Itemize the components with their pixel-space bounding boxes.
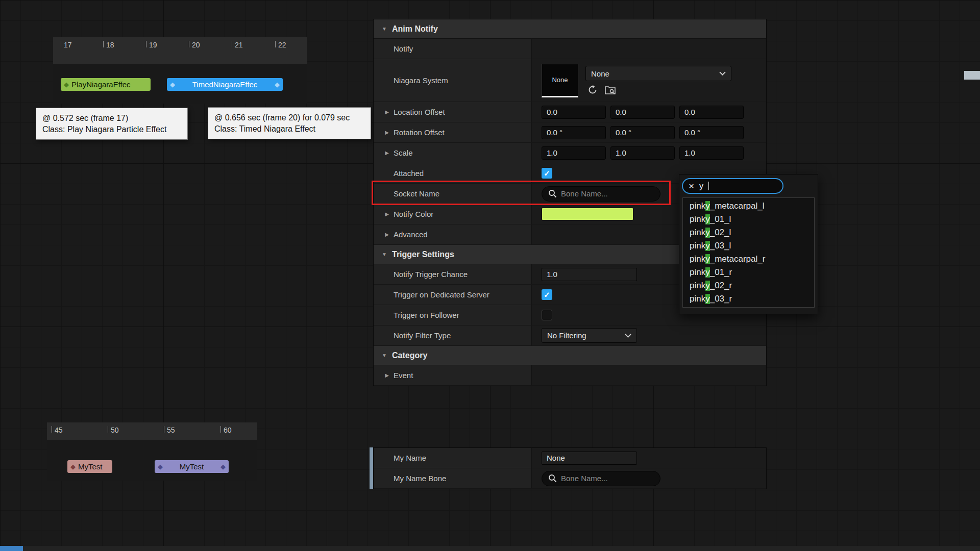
row-label: Scale [394, 148, 413, 157]
bottom-blue-bar [0, 546, 23, 551]
chevron-down-icon[interactable]: ▼ [381, 26, 387, 32]
frame-tick: 60 [220, 426, 232, 434]
row-label: Notify Color [394, 210, 433, 218]
location-y-field[interactable]: 0.0 [610, 106, 675, 119]
bone-name-post: _01_l [710, 214, 731, 224]
scale-x-field[interactable]: 1.0 [542, 146, 606, 160]
bone-list-item[interactable]: pinky_metacarpal_l [683, 199, 814, 213]
bone-name-pre: pink [690, 241, 705, 251]
bone-name-post: _01_r [710, 267, 732, 278]
bone-search-field[interactable]: × y [682, 178, 783, 194]
bone-list-item[interactable]: pinky_01_l [683, 213, 814, 226]
notify-tag-label: MyTest [78, 462, 103, 471]
tooltip-class: Class: Play Niagara Particle Effect [42, 124, 181, 135]
scale-z-field[interactable]: 1.0 [679, 146, 744, 160]
bone-list-item[interactable]: pinky_metacarpal_r [683, 253, 814, 266]
row-label: Advanced [394, 230, 428, 239]
chevron-down-icon [625, 334, 631, 338]
frame-tick: 18 [103, 41, 114, 49]
frame-number: 18 [106, 41, 114, 49]
frame-tick: 45 [52, 426, 63, 434]
frame-number: 45 [55, 426, 63, 434]
chevron-down-icon[interactable]: ▼ [381, 252, 387, 257]
match-highlight: y [705, 254, 710, 264]
row-label: Notify Trigger Chance [394, 270, 468, 279]
bone-list: pinky_metacarpal_l pinky_01_l pinky_02_l… [682, 197, 815, 308]
bone-list-item[interactable]: pinky_03_r [683, 292, 814, 306]
match-highlight: y [705, 294, 710, 304]
right-edge-scrollbar[interactable] [964, 71, 980, 80]
row-location-offset: ▶Location Offset 0.0 0.0 0.0 [374, 102, 766, 122]
dropdown-value: No Filtering [547, 331, 586, 340]
attached-checkbox[interactable]: ✓ [542, 168, 552, 179]
match-highlight: y [705, 228, 710, 238]
notify-tag-mytest-1[interactable]: ◆ MyTest [67, 460, 112, 473]
row-event: ▶Event [374, 365, 766, 386]
section-anim-notify[interactable]: ▼ Anim Notify [374, 19, 766, 39]
bone-name-pre: pink [690, 254, 705, 264]
section-title: Category [392, 351, 427, 360]
clear-search-icon[interactable]: × [689, 181, 694, 191]
rotation-x-field[interactable]: 0.0 ° [542, 126, 606, 139]
expander-icon[interactable]: ▶ [384, 109, 390, 115]
my-name-field[interactable]: None [542, 452, 637, 465]
frame-number: 21 [235, 41, 243, 49]
niagara-system-dropdown[interactable]: None [585, 66, 731, 81]
notify-color-swatch[interactable] [542, 208, 633, 220]
expander-icon[interactable]: ▶ [384, 211, 390, 217]
socket-name-input[interactable] [561, 189, 654, 198]
expander-icon[interactable]: ▶ [384, 232, 390, 237]
notify-diamond-icon: ◆ [64, 81, 69, 88]
row-label: My Name [394, 454, 426, 462]
frame-tick: 20 [189, 41, 200, 49]
notify-trigger-chance-field[interactable]: 1.0 [542, 268, 637, 281]
trigger-on-follower-checkbox[interactable] [542, 310, 552, 320]
notify-filter-type-dropdown[interactable]: No Filtering [542, 328, 637, 343]
bone-name-pre: pink [690, 281, 705, 291]
bone-list-item[interactable]: pinky_02_l [683, 226, 814, 239]
bone-list-item[interactable]: pinky_01_r [683, 266, 814, 279]
location-x-field[interactable]: 0.0 [542, 106, 606, 119]
notify-diamond-icon: ◆ [220, 463, 226, 470]
rotation-z-field[interactable]: 0.0 ° [679, 126, 744, 139]
search-query: y [699, 182, 703, 191]
notify-tag-play-niagara[interactable]: ◆ PlayNiagaraEffec [61, 78, 151, 91]
tooltip-time: @ 0.656 sec (frame 20) for 0.079 sec [214, 112, 364, 123]
location-z-field[interactable]: 0.0 [679, 106, 744, 119]
bone-name-post: _03_r [710, 294, 732, 304]
chevron-down-icon[interactable]: ▼ [381, 353, 387, 358]
bone-list-item[interactable]: pinky_03_l [683, 239, 814, 253]
trigger-on-dedicated-server-checkbox[interactable]: ✓ [542, 289, 552, 300]
check-icon: ✓ [544, 169, 550, 178]
section-category[interactable]: ▼ Category [374, 346, 766, 365]
frame-number: 50 [111, 426, 119, 434]
notify-tag-timed-niagara[interactable]: ◆ TimedNiagaraEffec ◆ [167, 78, 283, 91]
row-scale: ▶Scale 1.0 1.0 1.0 [374, 143, 766, 163]
my-name-bone-search[interactable] [542, 471, 660, 486]
bone-name-post: _metacarpal_r [710, 254, 766, 264]
expander-icon[interactable]: ▶ [384, 130, 390, 135]
notify-tag-mytest-2[interactable]: ◆ MyTest ◆ [155, 460, 229, 473]
timeline-ruler-bottom[interactable]: 45 50 55 60 [47, 422, 257, 440]
my-name-bone-input[interactable] [561, 474, 654, 483]
notify-tag-label: PlayNiagaraEffec [71, 80, 131, 89]
bone-name-pre: pink [690, 267, 705, 278]
timeline-ruler-top[interactable]: 17 18 19 20 21 22 [53, 37, 307, 64]
row-my-name: My Name None [374, 448, 766, 468]
frame-number: 55 [167, 426, 175, 434]
asset-thumbnail[interactable]: None [542, 64, 578, 97]
expander-icon[interactable]: ▶ [384, 372, 390, 378]
use-selected-asset-icon[interactable] [587, 85, 598, 95]
row-label: Notify Filter Type [394, 331, 451, 340]
match-highlight: y [705, 281, 710, 291]
frame-number: 19 [149, 41, 157, 49]
scale-y-field[interactable]: 1.0 [610, 146, 675, 160]
match-highlight: y [705, 214, 710, 224]
expander-icon[interactable]: ▶ [384, 150, 390, 156]
chevron-down-icon [719, 71, 726, 76]
socket-name-search[interactable] [542, 186, 660, 202]
row-label: Notify [394, 44, 413, 53]
rotation-y-field[interactable]: 0.0 ° [610, 126, 675, 139]
bone-list-item[interactable]: pinky_02_r [683, 279, 814, 292]
browse-to-asset-icon[interactable] [605, 85, 616, 95]
